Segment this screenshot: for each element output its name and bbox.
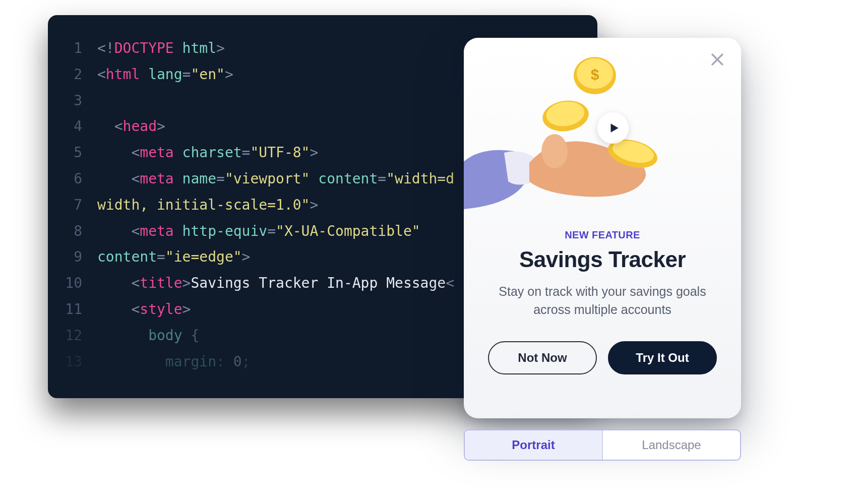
svg-point-3 — [541, 134, 568, 168]
code-content: width, initial-scale=1.0"> — [97, 192, 318, 218]
hand-coins-illustration: $ — [464, 38, 741, 199]
orientation-option-landscape[interactable]: Landscape — [602, 430, 740, 460]
svg-text:$: $ — [591, 66, 599, 83]
inapp-message-modal: $ NEW FEATURE Savings Tracker Stay on tr… — [464, 38, 741, 418]
code-content: body { — [97, 323, 199, 349]
line-number: 12 — [63, 323, 97, 349]
code-content: <meta http-equiv="X-UA-Compatible" — [97, 218, 420, 244]
orientation-toggle: PortraitLandscape — [464, 429, 741, 461]
code-content: <style> — [97, 296, 191, 323]
line-number: 5 — [63, 140, 97, 166]
try-it-out-button[interactable]: Try It Out — [608, 341, 717, 374]
line-number: 10 — [63, 270, 97, 296]
line-number: 2 — [63, 61, 97, 88]
line-number: 3 — [63, 88, 97, 114]
line-number: 4 — [63, 113, 97, 140]
code-content: <meta charset="UTF-8"> — [97, 140, 318, 166]
line-number: 11 — [63, 296, 97, 323]
modal-kicker: NEW FEATURE — [488, 229, 717, 241]
code-content: <title>Savings Tracker In-App Message< — [97, 270, 454, 296]
code-content: <!DOCTYPE html> — [97, 35, 225, 61]
orientation-option-portrait[interactable]: Portrait — [465, 430, 602, 460]
modal-description: Stay on track with your savings goals ac… — [488, 282, 717, 319]
line-number: 9 — [63, 244, 97, 270]
code-content: <html lang="en"> — [97, 61, 233, 88]
code-content: <meta name="viewport" content="width=d — [97, 166, 454, 192]
line-number: 8 — [63, 218, 97, 244]
code-content: <head> — [97, 113, 165, 140]
code-content: margin: 0; — [97, 349, 250, 375]
not-now-button[interactable]: Not Now — [488, 341, 597, 374]
line-number: 1 — [63, 35, 97, 61]
modal-title: Savings Tracker — [488, 247, 717, 272]
line-number: 7 — [63, 192, 97, 218]
play-icon[interactable] — [597, 112, 629, 144]
line-number: 13 — [63, 349, 97, 375]
code-content: content="ie=edge"> — [97, 244, 250, 270]
line-number: 6 — [63, 166, 97, 192]
